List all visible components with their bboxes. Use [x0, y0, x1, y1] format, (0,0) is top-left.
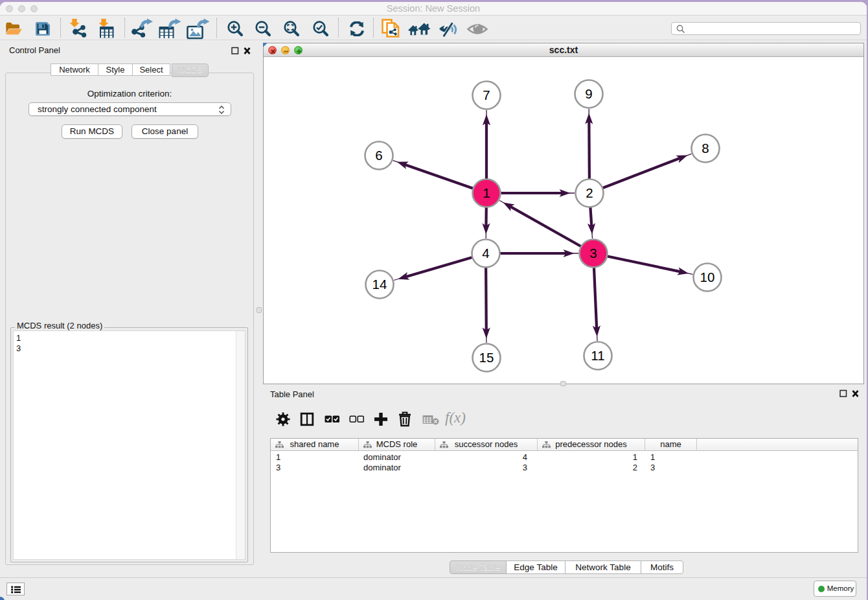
svg-text:14: 14: [372, 277, 387, 292]
svg-text:10: 10: [700, 270, 715, 284]
svg-text:7: 7: [483, 87, 490, 102]
svg-text:1: 1: [483, 185, 490, 200]
svg-text:2: 2: [586, 185, 593, 200]
svg-text:9: 9: [585, 86, 592, 101]
svg-text:15: 15: [479, 350, 494, 365]
svg-text:11: 11: [591, 348, 604, 363]
svg-text:4: 4: [482, 246, 489, 260]
svg-text:3: 3: [589, 246, 597, 260]
svg-text:8: 8: [702, 141, 709, 156]
svg-text:6: 6: [375, 148, 382, 163]
